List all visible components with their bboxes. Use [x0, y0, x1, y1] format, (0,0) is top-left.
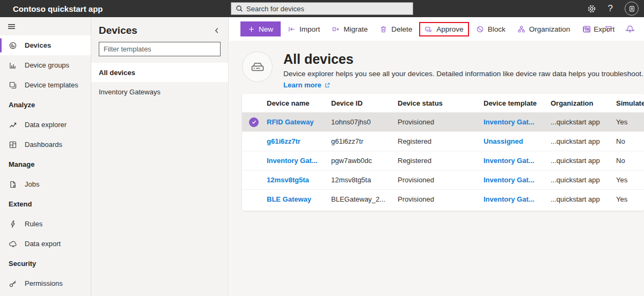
dashboards-icon	[9, 140, 17, 149]
page-description: Device explorer helps you see all your d…	[283, 70, 643, 78]
device-status: Provisioned	[398, 176, 484, 184]
migrate-icon	[332, 25, 340, 33]
sidebar-item-permissions[interactable]: Permissions	[0, 273, 91, 293]
learn-more-link[interactable]: Learn more	[283, 81, 331, 89]
organization-button[interactable]: Organization	[513, 23, 575, 36]
device-status: Provisioned	[398, 195, 484, 203]
data-export-icon	[9, 240, 17, 248]
sidebar-section-security: Security	[0, 254, 91, 273]
filter-icon[interactable]	[604, 25, 613, 33]
help-icon[interactable]: ?	[608, 3, 613, 14]
device-name-link[interactable]: RFID Gateway	[267, 118, 313, 126]
sidebar-item-device-groups[interactable]: Device groups	[0, 55, 91, 75]
device-name-link[interactable]: 12msv8tg5ta	[267, 176, 309, 184]
device-groups-icon	[9, 61, 17, 70]
col-device-template[interactable]: Device template	[484, 99, 551, 107]
sidebar-item-label: Dashboards	[25, 140, 62, 149]
device-status: Provisioned	[398, 118, 484, 126]
block-button[interactable]: Block	[471, 23, 510, 36]
sidebar-item-label: Rules	[25, 220, 42, 228]
table-row[interactable]: 12msv8tg5ta 12msv8tg5ta Provisioned Inve…	[242, 170, 644, 189]
block-icon	[476, 25, 484, 33]
device-simulated: Yes	[616, 176, 644, 184]
device-simulated: No	[616, 157, 644, 165]
hamburger-menu-icon[interactable]	[0, 17, 91, 35]
device-organization: ...quickstart app	[551, 176, 616, 184]
collapse-panel-icon[interactable]	[213, 27, 221, 34]
main-content: New Import Migrate Delete Approve	[229, 17, 644, 296]
device-template-link[interactable]: Unassigned	[484, 137, 523, 145]
device-organization: ...quickstart app	[551, 157, 616, 165]
sidebar-item-jobs[interactable]: Jobs	[0, 174, 91, 194]
page-title: All devices	[283, 51, 643, 67]
plus-icon	[248, 26, 255, 33]
col-device-id[interactable]: Device ID	[331, 99, 398, 107]
sidebar-item-label: Devices	[25, 41, 51, 49]
top-app-bar: Contoso quickstart app ?	[0, 0, 644, 17]
device-organization: ...quickstart app	[551, 195, 616, 203]
import-button[interactable]: Import	[283, 23, 325, 36]
device-id: 1ohns07jhs0	[331, 118, 398, 126]
table-row[interactable]: g61i6zz7tr g61i6zz7tr Registered Unassig…	[242, 131, 644, 151]
jobs-icon	[9, 180, 17, 189]
col-organization[interactable]: Organization	[551, 99, 616, 107]
all-devices-section: All devices Device explorer helps you se…	[229, 41, 644, 296]
trash-icon	[379, 25, 387, 33]
panel-title: Devices	[99, 25, 137, 36]
device-template-link[interactable]: Inventory Gat...	[484, 157, 535, 165]
device-status: Registered	[398, 137, 484, 145]
sidebar-item-label: Data export	[25, 240, 61, 248]
migrate-button[interactable]: Migrate	[327, 23, 372, 36]
table-row[interactable]: BLE Gateway BLEGateway_2... Provisioned …	[242, 189, 644, 209]
sidebar-item-device-templates[interactable]: Device templates	[0, 75, 91, 95]
col-device-status[interactable]: Device status	[398, 99, 484, 107]
sidebar-item-label: Jobs	[25, 180, 39, 188]
device-template-link[interactable]: Inventory Gat...	[484, 195, 535, 203]
settings-gear-icon[interactable]	[587, 4, 596, 13]
left-navigation: Devices Device groups Device templates A…	[0, 17, 91, 296]
device-group-inventory-gateways[interactable]: Inventory Gateways	[91, 82, 228, 101]
device-id: pgw7awb0dc	[331, 157, 398, 165]
table-header-row: Device name Device ID Device status Devi…	[242, 94, 644, 112]
account-avatar-icon[interactable]	[625, 2, 639, 16]
col-device-name[interactable]: Device name	[267, 99, 331, 107]
devices-panel: Devices All devices Inventory Gateways	[91, 17, 229, 296]
gateway-device-icon	[242, 51, 273, 82]
device-simulated: No	[616, 137, 644, 145]
approve-button[interactable]: Approve	[419, 22, 469, 36]
sidebar-section-manage: Manage	[0, 154, 91, 174]
device-simulated: Yes	[616, 118, 644, 126]
app-title: Contoso quickstart app	[13, 4, 103, 13]
sidebar-item-rules[interactable]: Rules	[0, 214, 91, 234]
new-button[interactable]: New	[240, 21, 281, 36]
device-name-link[interactable]: BLE Gateway	[267, 195, 311, 203]
device-template-link[interactable]: Inventory Gat...	[484, 176, 535, 184]
table-row[interactable]: Inventory Gat... pgw7awb0dc Registered I…	[242, 151, 644, 170]
col-simulated[interactable]: Simulated	[616, 99, 644, 107]
sidebar-item-data-explorer[interactable]: Data explorer	[0, 115, 91, 135]
sidebar-item-label: Permissions	[25, 279, 63, 287]
device-toolbar: New Import Migrate Delete Approve	[229, 17, 644, 41]
import-icon	[288, 25, 296, 33]
table-row[interactable]: RFID Gateway 1ohns07jhs0 Provisioned Inv…	[242, 112, 644, 131]
row-selected-check-icon[interactable]	[249, 117, 259, 127]
filter-templates-input[interactable]	[99, 42, 221, 56]
device-name-link[interactable]: Inventory Gat...	[267, 157, 318, 165]
device-organization: ...quickstart app	[551, 137, 616, 145]
sidebar-item-devices[interactable]: Devices	[0, 35, 91, 55]
device-name-link[interactable]: g61i6zz7tr	[267, 137, 301, 145]
sidebar-section-analyze: Analyze	[0, 95, 91, 115]
data-explorer-icon	[9, 121, 17, 129]
device-template-link[interactable]: Inventory Gat...	[484, 118, 535, 126]
delete-button[interactable]: Delete	[375, 23, 417, 36]
sidebar-item-data-export[interactable]: Data export	[0, 234, 91, 254]
search-icon	[236, 5, 243, 12]
sidebar-item-dashboards[interactable]: Dashboards	[0, 135, 91, 154]
sidebar-section-extend: Extend	[0, 194, 91, 214]
approve-icon	[425, 25, 433, 33]
search-input[interactable]	[246, 5, 408, 13]
notifications-bell-icon[interactable]	[626, 25, 634, 33]
column-options-icon[interactable]	[582, 25, 591, 34]
device-group-all-devices[interactable]: All devices	[91, 63, 228, 82]
device-search[interactable]	[231, 2, 413, 15]
